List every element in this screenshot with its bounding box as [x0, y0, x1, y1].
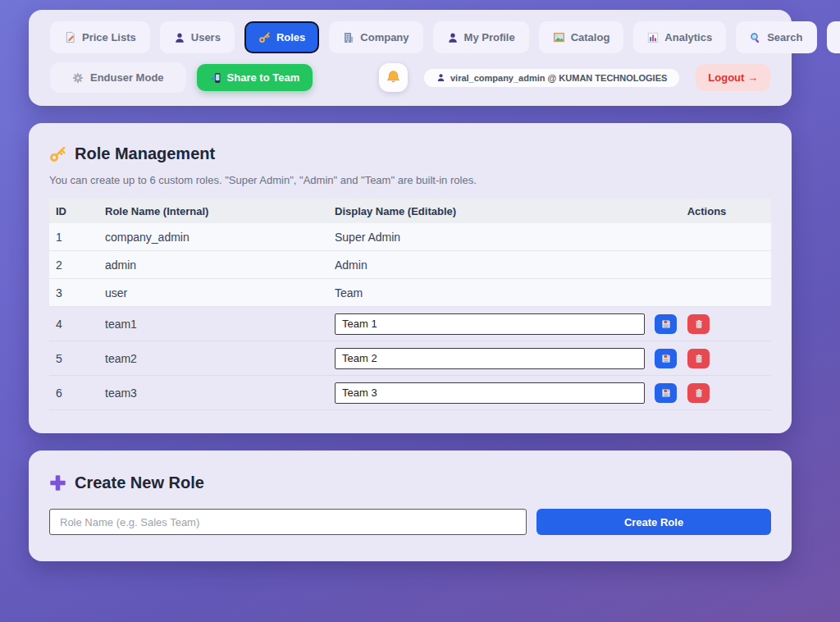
tab-team[interactable]: Team [827, 21, 840, 53]
role-id: 3 [49, 286, 98, 300]
tab-company[interactable]: Company [329, 21, 422, 53]
role-id: 4 [49, 318, 98, 331]
role-management-subtitle: You can create up to 6 custom roles. "Su… [49, 174, 771, 186]
memo-icon [64, 31, 76, 43]
picture-icon [553, 31, 565, 43]
role-id: 2 [49, 258, 98, 272]
search-icon [750, 32, 761, 43]
notifications-button[interactable] [379, 63, 408, 92]
nav-tabs: Price Lists Users Roles Company [50, 21, 770, 53]
role-id: 6 [49, 386, 98, 400]
delete-role-button[interactable] [687, 383, 710, 403]
table-row: 3 user Team [49, 279, 771, 307]
tab-roles[interactable]: Roles [244, 21, 319, 53]
role-internal-name: team1 [98, 318, 328, 331]
table-row: 1 company_admin Super Admin [49, 223, 771, 251]
logout-button[interactable]: Logout → [696, 64, 770, 91]
tab-label: Company [360, 31, 409, 43]
role-id: 5 [49, 352, 98, 365]
tab-my-profile[interactable]: My Profile [433, 21, 529, 53]
tab-label: Roles [276, 31, 305, 43]
tab-label: My Profile [464, 31, 515, 43]
share-to-team-label: Share to Team [227, 71, 300, 84]
header-card: Price Lists Users Roles Company [29, 10, 792, 106]
role-display-name: Team [328, 286, 636, 300]
user-badge-text: viral_company_admin @ KUMAN TECHNOLOGIES [450, 73, 667, 83]
page-title: Role Management [75, 144, 215, 163]
user-icon [436, 73, 445, 82]
tab-label: Users [191, 31, 221, 43]
create-role-form: Create Role [49, 509, 771, 535]
role-display-name: Super Admin [328, 231, 636, 244]
bar-chart-icon [647, 32, 659, 43]
trash-icon [694, 319, 704, 329]
phone-share-icon [210, 72, 221, 84]
tab-analytics[interactable]: Analytics [633, 21, 726, 53]
bell-icon [386, 70, 401, 85]
tab-label: Catalog [571, 31, 610, 43]
save-role-button[interactable] [655, 383, 677, 403]
trash-icon [694, 354, 704, 364]
role-internal-name: company_admin [98, 231, 328, 244]
logout-label: Logout → [708, 71, 758, 84]
tab-catalog[interactable]: Catalog [539, 21, 624, 53]
create-role-card: Create New Role Create Role [29, 450, 792, 561]
new-role-name-input[interactable] [49, 509, 527, 535]
enduser-mode-button[interactable]: Enduser Mode [50, 62, 186, 93]
table-row: 4 team1 [49, 307, 771, 341]
share-to-team-button[interactable]: Share to Team [197, 64, 313, 91]
role-internal-name: admin [98, 258, 328, 272]
table-row: 6 team3 [49, 376, 771, 410]
role-management-title-row: Role Management [49, 144, 771, 163]
delete-role-button[interactable] [687, 349, 710, 368]
key-icon [258, 31, 271, 43]
save-icon [661, 388, 671, 398]
role-internal-name: user [98, 286, 328, 300]
page: Price Lists Users Roles Company [29, 10, 792, 561]
role-internal-name: team3 [98, 386, 328, 400]
col-header-id: ID [49, 205, 98, 217]
display-name-input[interactable] [335, 382, 645, 404]
display-name-input[interactable] [335, 348, 645, 369]
role-id: 1 [49, 231, 98, 244]
table-row: 2 admin Admin [49, 251, 771, 279]
save-icon [661, 319, 671, 329]
save-role-button[interactable] [655, 349, 677, 368]
create-role-title-row: Create New Role [49, 473, 771, 492]
enduser-mode-label: Enduser Mode [90, 71, 164, 84]
building-icon [343, 32, 354, 43]
tab-label: Search [767, 31, 802, 43]
tab-label: Analytics [664, 31, 712, 43]
table-header-row: ID Role Name (Internal) Display Name (Ed… [49, 199, 771, 223]
tab-label: Price Lists [82, 31, 136, 43]
roles-table: ID Role Name (Internal) Display Name (Ed… [49, 199, 771, 410]
role-internal-name: team2 [98, 352, 328, 365]
user-icon [174, 32, 185, 43]
key-icon [49, 145, 66, 162]
plus-icon [49, 474, 66, 492]
col-header-internal-name: Role Name (Internal) [98, 205, 328, 217]
trash-icon [694, 388, 704, 398]
display-name-input[interactable] [335, 313, 645, 335]
save-role-button[interactable] [655, 314, 677, 334]
create-role-button[interactable]: Create Role [536, 509, 771, 535]
create-role-title: Create New Role [75, 473, 204, 492]
header-actions-row: Enduser Mode Share to Team viral_company… [50, 62, 770, 93]
tab-search[interactable]: Search [736, 21, 816, 53]
gear-icon [72, 72, 84, 84]
tab-price-lists[interactable]: Price Lists [50, 21, 150, 53]
col-header-display-name: Display Name (Editable) [328, 205, 636, 217]
user-icon [447, 32, 459, 43]
role-display-name: Admin [328, 258, 636, 272]
save-icon [661, 354, 671, 364]
delete-role-button[interactable] [687, 314, 710, 334]
col-header-actions: Actions [636, 205, 771, 217]
role-management-card: Role Management You can create up to 6 c… [29, 123, 792, 433]
user-badge: viral_company_admin @ KUMAN TECHNOLOGIES [424, 69, 679, 87]
tab-users[interactable]: Users [160, 21, 235, 53]
table-row: 5 team2 [49, 341, 771, 376]
